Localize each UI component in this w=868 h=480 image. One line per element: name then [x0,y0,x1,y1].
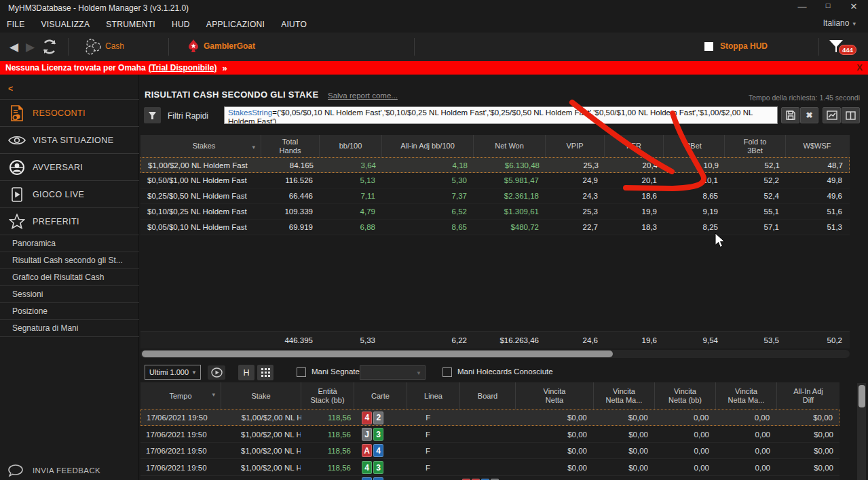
sidebar-section-gioco-live[interactable]: GIOCO LIVE [0,180,139,207]
stake-cell: $1,00/$2,00 NL Holdem Fast [141,161,261,169]
time-cell: 17/06/2021 19:50 [140,464,221,472]
net-max-cell: $0,00 [593,431,654,439]
tab-cash[interactable]: Cash [105,41,124,51]
stop-hud-button[interactable]: Stoppa HUD [704,41,768,51]
table-row[interactable]: $1,00/$2,00 NL Holdem Fast 84.165 3,64 4… [140,157,850,173]
scrollbar-thumb[interactable] [142,351,613,357]
sidebar-item-panoramica[interactable]: Panoramica [0,235,139,252]
column-header-fold-3bet[interactable]: Fold to 3Bet [724,135,785,157]
column-header-total-hands[interactable]: Total Hands [261,135,319,157]
column-header-carte[interactable]: Carte [354,382,407,409]
marked-hands-checkbox[interactable] [297,367,306,377]
allin-adj-cell: $0,00 [776,414,839,422]
column-header-net-won[interactable]: Net Won [473,135,545,157]
scrollbar-thumb[interactable] [858,385,865,407]
refresh-icon[interactable] [41,38,58,56]
column-header-board[interactable]: Board [459,382,515,409]
sidebar-section-avversari[interactable]: AVVERSARI [0,153,139,180]
tab-player[interactable]: GamblerGoat [204,41,255,51]
maximize-icon[interactable]: □ [823,1,833,12]
hand-row[interactable]: 17/06/2021 19:50 $1,00/$2,00 NL H 118,56… [140,409,839,426]
quick-filter-button[interactable] [144,107,161,123]
networn-cell: $6.130,48 [474,161,546,169]
column-header-wwsf[interactable]: W$WSF [785,135,848,157]
hand-row[interactable]: 17/06/2021 19:50 $1,00/$2,00 NL H 118,56… [140,460,839,476]
marked-hands-select[interactable]: ▼ [360,365,426,380]
column-header-3bet[interactable]: 3Bet [663,135,724,157]
bb100-cell: 7,11 [319,192,381,200]
toolbar-divider [414,38,415,56]
hands-total: 446.395 [261,336,319,344]
menu-hud[interactable]: HUD [172,20,190,29]
line-cell: F [407,447,459,455]
allin-cell: 8,65 [381,223,473,231]
pfr-cell: 19,9 [604,207,663,216]
save-report-link[interactable]: Salva report come... [328,92,398,100]
table-row[interactable]: $0,25/$0,50 NL Holdem Fast 66.446 7,11 7… [140,188,850,204]
hand-row[interactable] [140,476,839,480]
stakes-filter-input[interactable]: StakesString=('$0,05/$0,10 NL Holdem Fas… [224,106,778,124]
menu-applicazioni[interactable]: APPLICAZIONI [206,20,265,29]
filter-funnel-button[interactable]: 444 [828,39,859,56]
playing-card: 4 [373,444,383,457]
window-title: MyHM3Database - Holdem Manager 3 (v3.1.2… [8,3,189,13]
column-header-vincita-netta[interactable]: Vincita Netta [515,382,593,409]
hand-row[interactable]: 17/06/2021 19:50 $1,00/$2,00 NL H 118,56… [140,443,839,459]
column-header-tempo[interactable]: Tempo▾ [140,382,221,409]
column-header-vincita-netta-max[interactable]: Vincita Netta Ma... [593,382,654,409]
bb100-cell: 3,64 [320,161,382,169]
net-cell: $0,00 [515,414,593,422]
menu-file[interactable]: FILE [7,20,25,29]
menu-strumenti[interactable]: STRUMENTI [106,20,155,29]
column-header-pfr[interactable]: PFR [604,135,663,157]
column-header-allin-adj[interactable]: All-in Adj bb/100 [381,135,473,157]
column-header-stack[interactable]: Entità Stack (bb) [301,382,354,409]
sidebar-item-segnatura-mani[interactable]: Segnatura di Mani [0,319,139,336]
column-header-stake[interactable]: Stake [221,382,301,409]
alert-close-button[interactable]: X [856,62,863,73]
net-max-cell: $0,00 [593,447,654,455]
sidebar-item-risultati-cash-stake[interactable]: Risultati Cash secondo gli St... [0,252,139,268]
send-feedback-button[interactable]: INVIA FEEDBACK [8,464,100,477]
sidebar-item-sessioni[interactable]: Sessioni [0,285,139,302]
split-columns-button[interactable] [842,107,860,123]
sidebar-section-resoconti[interactable]: RESOCONTI [0,99,139,126]
hands-range-select[interactable]: Ultimi 1.000 ▼ [145,365,201,380]
sidebar-item-posizione[interactable]: Posizione [0,302,139,319]
sidebar-section-preferiti[interactable]: PREFERITI [0,207,139,235]
table-row[interactable]: $0,05/$0,10 NL Holdem Fast 69.919 6,88 8… [140,220,850,235]
known-holecards-checkbox[interactable] [442,367,452,377]
menu-aiuto[interactable]: AIUTO [281,20,307,29]
table-row[interactable]: $0,50/$1,00 NL Holdem Fast 116.526 5,13 … [140,173,850,188]
close-icon[interactable]: ✕ [849,1,858,12]
vertical-scrollbar[interactable] [857,383,866,480]
hand-row[interactable]: 17/06/2021 19:50 $1,00/$2,00 NL H 118,56… [140,426,839,443]
column-header-vincita-netta-bb[interactable]: Vincita Netta (bb) [654,382,715,409]
horizontal-scrollbar[interactable] [140,350,850,358]
sidebar-section-vista-situazione[interactable]: VISTA SITUAZIONE [0,126,139,153]
minimize-icon[interactable]: — [797,1,807,12]
column-header-allin-adj-diff[interactable]: All-In Adj Diff [776,382,839,409]
nav-back-icon[interactable]: ◀ [10,40,18,54]
clear-filter-button[interactable]: ✖ [800,107,818,123]
column-header-vincita-netta-max-bb[interactable]: Vincita Netta Ma... [715,382,776,409]
sidebar-collapse-icon[interactable]: < [8,84,13,94]
column-header-bb100[interactable]: bb/100 [319,135,381,157]
nav-forward-icon[interactable]: ▶ [26,40,35,54]
save-filter-button[interactable] [781,107,799,123]
stop-hud-label: Stoppa HUD [720,41,768,51]
table-row[interactable]: $0,10/$0,25 NL Holdem Fast 109.339 4,79 … [140,204,850,220]
trial-link[interactable]: (Trial Disponibile) [149,63,217,73]
grid-view-button[interactable] [257,365,273,380]
menu-visualizza[interactable]: VISUALIZZA [41,20,90,29]
column-header-linea[interactable]: Linea [407,382,459,409]
replay-button[interactable] [208,365,225,380]
wwsf-cell: 49,8 [785,176,848,184]
sidebar-item-grafico-risultati[interactable]: Grafico dei Risultati Cash [0,268,139,285]
column-header-stakes[interactable]: Stakes▾ [140,135,261,157]
chart-view-button[interactable] [823,107,841,123]
language-selector[interactable]: Italiano▾ [823,18,856,28]
column-header-vpip[interactable]: VPIP [545,135,604,157]
line-cell: F [407,414,459,422]
hud-toggle-button[interactable]: H [238,365,254,380]
